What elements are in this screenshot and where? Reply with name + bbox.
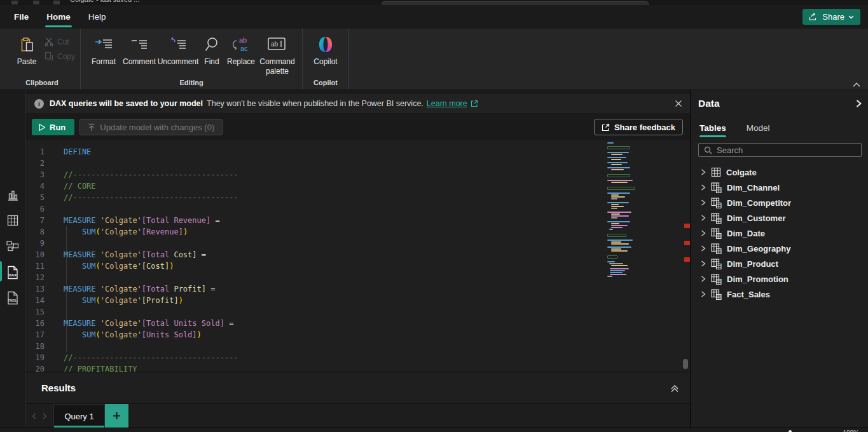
find-icon	[204, 35, 219, 54]
ribbon-group-clipboard: Paste Cut Copy Clipboard	[0, 29, 81, 90]
update-model-button[interactable]: Update model with changes (0)	[79, 119, 223, 135]
table-item-dim_product[interactable]: Dim_Product	[698, 256, 862, 271]
run-button[interactable]: Run	[32, 119, 74, 135]
table-item-dim_customer[interactable]: Dim_Customer	[698, 210, 862, 226]
format-button[interactable]: Format	[86, 29, 121, 67]
search-input[interactable]	[717, 145, 856, 155]
undo-icon[interactable]	[53, 1, 60, 4]
dax-query-view-button[interactable]: DAX	[0, 261, 25, 284]
table-item-dim_promotion[interactable]: Dim_Promotion	[698, 271, 862, 287]
table-item-fact_sales[interactable]: Fact_Sales	[698, 287, 862, 302]
collapse-panel-icon[interactable]	[856, 100, 862, 107]
code-line-12[interactable]: 12	[25, 272, 690, 283]
code-line-19[interactable]: 19//------------------------------------	[25, 352, 690, 363]
code-line-15[interactable]: 15	[25, 306, 690, 318]
zoom-level: 100%	[843, 429, 859, 432]
status-bar: 100%	[0, 428, 868, 432]
paste-button[interactable]: Paste	[9, 29, 45, 67]
tab-tables[interactable]: Tables	[699, 123, 726, 137]
tab-file[interactable]: File	[5, 6, 38, 28]
window-menu-icon[interactable]	[11, 1, 18, 4]
code-line-5[interactable]: 5//------------------------------------	[25, 192, 690, 203]
expand-chevron-icon[interactable]	[701, 230, 706, 236]
minimap-line	[607, 157, 626, 158]
table-name: Dim_Channel	[727, 183, 780, 192]
command-palette-button[interactable]: ab Command palette	[258, 29, 297, 76]
table-item-colgate[interactable]: Colgate	[698, 165, 862, 180]
banner-close-icon[interactable]	[675, 100, 682, 107]
expand-chevron-icon[interactable]	[701, 169, 706, 175]
expand-chevron-icon[interactable]	[701, 184, 706, 191]
expand-chevron-icon[interactable]	[701, 215, 706, 221]
code-line-16[interactable]: 16MEASURE 'Colgate'[Total Units Sold] =	[25, 318, 690, 329]
expand-chevron-icon[interactable]	[701, 291, 706, 297]
find-button[interactable]: Find	[199, 29, 224, 67]
share-button[interactable]: Share	[803, 9, 860, 25]
code-line-8[interactable]: 8 SUM('Colgate'[Revenue])	[25, 226, 690, 238]
error-marker-icon[interactable]	[684, 224, 690, 228]
uncomment-button[interactable]: Uncomment	[157, 29, 199, 67]
line-number: 17	[25, 329, 45, 341]
code-line-3[interactable]: 3//------------------------------------	[25, 169, 690, 180]
copy-button[interactable]: Copy	[45, 51, 75, 61]
code-line-6[interactable]: 6	[25, 203, 690, 215]
plus-icon	[113, 412, 121, 420]
expand-chevron-icon[interactable]	[701, 199, 706, 206]
model-diagram-icon	[6, 240, 19, 252]
table-item-dim_date[interactable]: Dim_Date	[698, 226, 862, 241]
replace-button[interactable]: ab ac Replace	[224, 29, 258, 67]
comment-button[interactable]: Comment	[121, 29, 157, 67]
results-title: Results	[41, 382, 76, 393]
minimap[interactable]	[607, 142, 644, 278]
table-item-dim_geography[interactable]: Dim_Geography	[698, 241, 862, 256]
table-item-dim_channel[interactable]: Dim_Channel	[698, 180, 862, 195]
expand-results-icon[interactable]	[670, 383, 680, 393]
expand-chevron-icon[interactable]	[701, 260, 706, 267]
tmdl-view-button[interactable]: TMDL	[0, 287, 25, 309]
tab-model[interactable]: Model	[747, 123, 770, 137]
dax-code-editor[interactable]: 1DEFINE23//-----------------------------…	[25, 140, 690, 372]
table-name: Dim_Promotion	[727, 274, 789, 284]
tab-help[interactable]: Help	[79, 6, 115, 28]
collapse-ribbon-icon[interactable]	[853, 82, 860, 87]
share-feedback-button[interactable]: Share feedback	[594, 119, 683, 135]
error-marker-icon[interactable]	[684, 241, 690, 245]
line-number: 14	[25, 295, 45, 306]
code-line-18[interactable]: 18	[25, 341, 690, 352]
table-item-dim_competitor[interactable]: Dim_Competitor	[698, 195, 862, 210]
code-line-7[interactable]: 7MEASURE 'Colgate'[Total Revenue] =	[25, 215, 690, 226]
cut-button[interactable]: Cut	[45, 37, 75, 46]
code-line-11[interactable]: 11 SUM('Colgate'[Cost])	[25, 260, 690, 272]
code-line-14[interactable]: 14 SUM('Colgate'[Profit])	[25, 295, 690, 306]
tab-query-1[interactable]: Query 1	[53, 404, 105, 428]
table-view-button[interactable]	[0, 209, 25, 232]
error-marker-icon[interactable]	[684, 257, 690, 262]
tab-home[interactable]: Home	[38, 6, 79, 28]
editor-scrollbar-thumb[interactable]	[683, 359, 688, 369]
model-view-button[interactable]	[0, 234, 25, 257]
save-icon[interactable]	[33, 1, 39, 4]
minimap-line	[610, 274, 626, 275]
expand-chevron-icon[interactable]	[701, 245, 706, 252]
minimap-line	[607, 192, 630, 194]
tab-scroll-right-icon[interactable]	[43, 413, 47, 419]
minimap-line	[611, 196, 625, 198]
tab-scroll-left-icon[interactable]	[32, 413, 36, 419]
minimap-line	[611, 250, 628, 252]
code-line-10[interactable]: 10MEASURE 'Colgate'[Total Cost] =	[25, 249, 690, 260]
minimap-line	[611, 241, 621, 243]
code-line-2[interactable]: 2	[25, 158, 690, 169]
code-line-9[interactable]: 9	[25, 238, 690, 249]
report-view-button[interactable]	[0, 184, 25, 206]
learn-more-link[interactable]: Learn more	[427, 99, 467, 108]
code-line-4[interactable]: 4// CORE	[25, 180, 690, 192]
add-query-tab-button[interactable]	[105, 404, 128, 428]
code-line-1[interactable]: 1DEFINE	[25, 146, 690, 158]
code-line-20[interactable]: 20// PROFITABILITY	[25, 363, 690, 372]
table-search-box[interactable]	[698, 143, 862, 157]
minimap-line	[607, 146, 630, 149]
expand-chevron-icon[interactable]	[701, 276, 706, 282]
copilot-button[interactable]: Copilot	[308, 29, 343, 67]
code-line-13[interactable]: 13MEASURE 'Colgate'[Total Profit] =	[25, 283, 690, 295]
code-line-17[interactable]: 17 SUM('Colgate'[Units Sold])	[25, 329, 690, 341]
